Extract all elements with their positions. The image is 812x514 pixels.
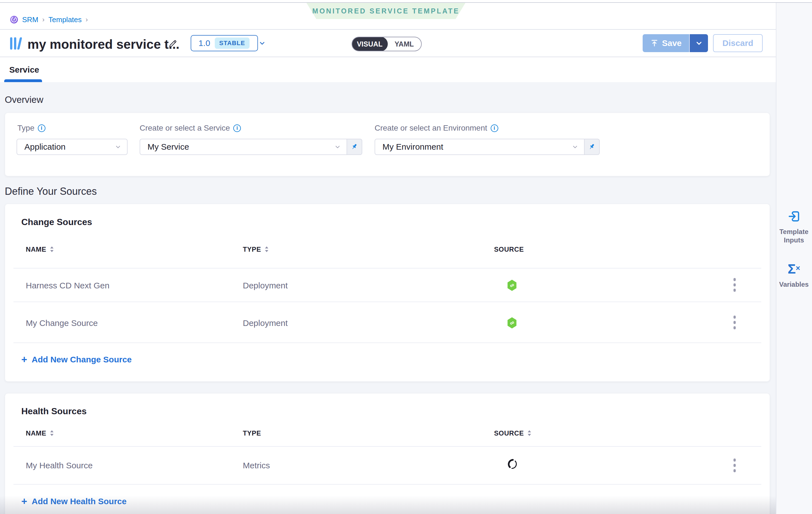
health-sources-heading: Health Sources (21, 406, 87, 417)
sort-icon (527, 430, 532, 437)
page: SRM › Templates › MONITORED SERVICE TEMP… (0, 0, 812, 514)
save-options-button[interactable] (689, 34, 708, 52)
sort-icon (49, 430, 55, 437)
variables-label: Variables (779, 280, 809, 289)
harness-cd-icon: ∞ (506, 279, 518, 292)
environment-value: My Environment (382, 142, 443, 152)
health-sources-card: Health Sources NAME TYPE SOURCE My Healt… (5, 393, 770, 514)
column-header-name[interactable]: NAME (26, 425, 55, 442)
chevron-right-icon: › (86, 16, 88, 24)
info-icon[interactable]: i (233, 124, 241, 132)
change-sources-heading: Change Sources (21, 217, 92, 227)
table-row[interactable]: Harness CD Next Gen Deployment ∞ (5, 269, 770, 302)
tab-bar (0, 57, 776, 82)
breadcrumb: SRM › Templates › (10, 16, 88, 24)
page-title: my monitored service t... (27, 37, 168, 52)
toggle-yaml[interactable]: YAML (387, 37, 421, 51)
type-value: Application (24, 142, 66, 152)
table-divider (13, 484, 761, 485)
environment-select[interactable]: My Environment (375, 139, 585, 155)
service-select[interactable]: My Service (140, 139, 347, 155)
change-sources-card: Change Sources NAME TYPE SOURCE Harness … (5, 204, 770, 382)
sort-icon (49, 246, 55, 253)
change-source-type: Deployment (243, 281, 288, 290)
appdynamics-icon (507, 458, 518, 470)
chevron-down-icon (572, 144, 578, 150)
environment-label: Create or select an Environment i (375, 124, 498, 132)
column-header-source: SOURCE (494, 241, 524, 258)
health-source-name: My Health Source (26, 461, 92, 470)
change-source-name: My Change Source (26, 319, 98, 328)
variables-button[interactable]: Σ× Variables (776, 262, 812, 289)
chevron-down-icon (334, 144, 341, 150)
plus-icon: + (21, 497, 27, 506)
breadcrumb-link-templates[interactable]: Templates (49, 16, 82, 24)
monitored-service-template-badge: MONITORED SERVICE TEMPLATE (307, 3, 465, 19)
column-header-source[interactable]: SOURCE (494, 425, 532, 442)
column-header-type[interactable]: TYPE (243, 241, 269, 258)
tab-service[interactable]: Service (9, 65, 39, 74)
template-inputs-icon (787, 210, 801, 223)
overview-card: Type i Application Create or select a Se… (5, 113, 770, 176)
pencil-icon (168, 39, 178, 49)
pin-icon (588, 143, 596, 151)
add-health-source-button[interactable]: + Add New Health Source (21, 496, 126, 506)
upload-icon (650, 39, 659, 48)
template-inputs-label: Template Inputs (776, 228, 812, 244)
overview-heading: Overview (5, 94, 44, 105)
chevron-right-icon: › (42, 16, 45, 24)
table-row[interactable]: My Change Source Deployment ∞ (5, 302, 770, 342)
edit-title-button[interactable] (168, 38, 178, 49)
plus-icon: + (21, 355, 27, 364)
active-tab-underline (4, 79, 42, 82)
chevron-down-icon (115, 144, 121, 150)
type-label: Type i (18, 124, 46, 132)
harness-cd-icon: ∞ (506, 317, 518, 329)
pin-icon (350, 143, 358, 151)
add-change-source-button[interactable]: + Add New Change Source (21, 355, 132, 364)
change-source-name: Harness CD Next Gen (26, 281, 109, 290)
toggle-visual[interactable]: VISUAL (352, 37, 388, 51)
service-value: My Service (147, 142, 189, 152)
table-divider (13, 342, 761, 343)
define-sources-heading: Define Your Sources (5, 185, 97, 197)
chevron-down-icon (259, 39, 266, 47)
sort-icon (264, 246, 269, 253)
chevron-down-icon (695, 39, 703, 47)
srm-module-icon (10, 16, 18, 24)
table-row[interactable]: My Health Source Metrics (5, 447, 770, 484)
info-icon[interactable]: i (38, 124, 46, 132)
column-header-name[interactable]: NAME (26, 241, 55, 258)
save-button[interactable]: Save (643, 34, 689, 52)
row-menu-button[interactable] (733, 315, 736, 329)
service-label: Create or select a Service i (140, 124, 241, 132)
breadcrumb-link-srm[interactable]: SRM (22, 16, 38, 24)
type-select[interactable]: Application (17, 139, 127, 155)
visual-yaml-toggle: VISUAL YAML (352, 37, 422, 51)
column-header-type: TYPE (243, 425, 261, 442)
version-number: 1.0 (199, 38, 210, 48)
change-source-type: Deployment (243, 319, 288, 328)
pin-service-button[interactable] (347, 139, 362, 155)
save-split-button: Save (643, 34, 708, 52)
template-icon (10, 37, 23, 50)
info-icon[interactable]: i (491, 124, 498, 132)
row-menu-button[interactable] (733, 278, 736, 292)
row-menu-button[interactable] (733, 458, 736, 472)
discard-button[interactable]: Discard (713, 34, 763, 52)
stable-badge: STABLE (215, 37, 250, 49)
variables-icon: Σ× (788, 262, 800, 276)
pin-environment-button[interactable] (585, 139, 600, 155)
health-source-type: Metrics (243, 461, 270, 470)
template-inputs-button[interactable]: Template Inputs (776, 210, 812, 244)
right-sidebar (776, 3, 812, 514)
version-selector[interactable]: 1.0 STABLE (191, 35, 258, 51)
save-label: Save (662, 38, 682, 48)
